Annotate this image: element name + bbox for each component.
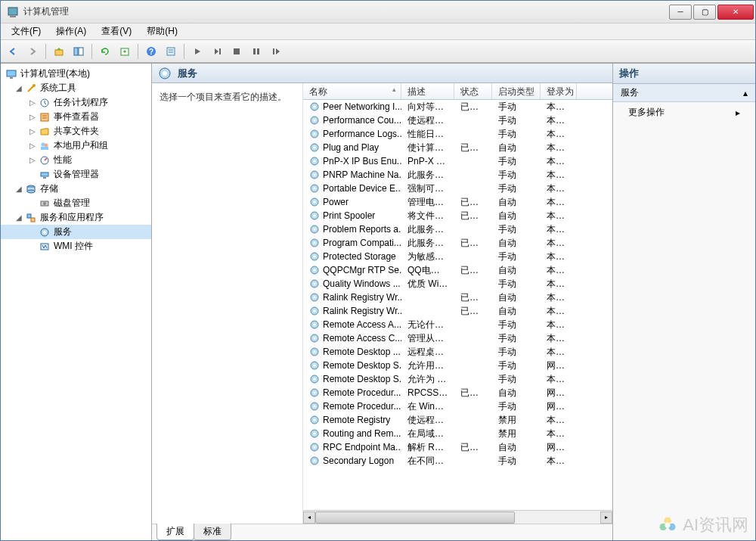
cell-description: 优质 Wind...: [401, 278, 454, 291]
cell-description: 在局域网...: [401, 428, 454, 440]
pause-service-button[interactable]: [247, 42, 265, 61]
tree-services[interactable]: 服务: [1, 225, 151, 239]
close-button[interactable]: ✕: [717, 5, 754, 20]
table-row[interactable]: Remote Procedur...在 Windo...手动网络服: [303, 400, 612, 413]
table-row[interactable]: Performance Logs...性能日志...手动本地服: [303, 127, 612, 141]
start-service-button[interactable]: [188, 42, 206, 61]
forward-button[interactable]: [23, 42, 42, 61]
tab-standard[interactable]: 标准: [194, 524, 231, 540]
export-button[interactable]: [116, 42, 134, 61]
column-logon[interactable]: 登录为: [541, 83, 577, 99]
table-row[interactable]: Program Compati...此服务为...已启动自动本地系: [303, 236, 612, 250]
table-row[interactable]: Remote Procedur...RPCSS 服...已启动自动网络服: [303, 386, 612, 400]
table-rows[interactable]: Peer Networking I...向对等名...已启动手动本地服Perfo…: [303, 100, 612, 510]
tree-shared-folders[interactable]: ▷ 共享文件夹: [1, 124, 151, 138]
scroll-thumb[interactable]: [315, 511, 515, 524]
back-button[interactable]: [4, 42, 22, 61]
center-title: 服务: [178, 67, 197, 80]
maximize-button[interactable]: ▢: [693, 5, 716, 20]
table-row[interactable]: Peer Networking I...向对等名...已启动手动本地服: [303, 100, 612, 113]
table-row[interactable]: Problem Reports a...此服务为...手动本地系: [303, 222, 612, 236]
stop-once-button[interactable]: [208, 42, 226, 61]
column-description[interactable]: 描述: [401, 83, 454, 99]
expand-icon[interactable]: ▷: [28, 113, 37, 121]
table-row[interactable]: PNRP Machine Na...此服务使...手动本地服: [303, 168, 612, 182]
table-row[interactable]: RPC Endpoint Ma...解析 RPC ...已启动自动网络服: [303, 440, 612, 454]
table-row[interactable]: Plug and Play使计算机...已启动自动本地系: [303, 141, 612, 154]
properties-button[interactable]: [162, 42, 180, 61]
tree-root[interactable]: 计算机管理(本地): [1, 67, 151, 81]
up-button[interactable]: [50, 42, 68, 61]
menu-view[interactable]: 查看(V): [94, 23, 139, 39]
scroll-right-button[interactable]: ▸: [600, 511, 612, 524]
column-status[interactable]: 状态: [454, 83, 492, 99]
tree-performance[interactable]: ▷ 性能: [1, 153, 151, 167]
expand-icon[interactable]: ▷: [28, 141, 37, 150]
cell-startup: 手动: [492, 373, 541, 386]
refresh-button[interactable]: [96, 42, 114, 61]
table-row[interactable]: Secondary Logon在不同凭...手动本地系: [303, 454, 612, 468]
table-row[interactable]: Ralink Registry Wr...已启动自动本地系: [303, 304, 612, 318]
table-row[interactable]: QQPCMgr RTP Se...QQ电脑管...已启动自动本地系: [303, 263, 612, 277]
minimize-button[interactable]: ─: [669, 5, 692, 20]
svg-rect-4: [79, 48, 83, 55]
help-button[interactable]: ?: [142, 42, 160, 61]
table-row[interactable]: PnP-X IP Bus Enu...PnP-X 总...手动本地系: [303, 154, 612, 168]
menu-file[interactable]: 文件(F): [4, 23, 48, 39]
collapse-icon[interactable]: ◢: [14, 213, 23, 222]
tree-task-scheduler[interactable]: ▷ 任务计划程序: [1, 95, 151, 110]
table-row[interactable]: Quality Windows ...优质 Wind...手动本地服: [303, 277, 612, 291]
menu-help[interactable]: 帮助(H): [139, 23, 185, 39]
table-row[interactable]: Remote Access A...无论什么...手动本地系: [303, 318, 612, 331]
cell-status: 已启动: [454, 196, 492, 209]
tree-disk-management[interactable]: 磁盘管理: [1, 196, 151, 210]
svg-rect-27: [41, 173, 48, 176]
scroll-track[interactable]: [315, 511, 600, 524]
expand-icon[interactable]: ▷: [28, 98, 37, 107]
actions-title: 操作: [613, 64, 755, 84]
cell-description: 远程桌面...: [401, 346, 454, 359]
table-row[interactable]: Protected Storage为敏感数...手动本地系: [303, 250, 612, 263]
expand-icon[interactable]: ▷: [28, 156, 37, 164]
titlebar[interactable]: 计算机管理 ─ ▢ ✕: [1, 1, 755, 23]
table-row[interactable]: Performance Cou...使远程用...手动本地服: [303, 113, 612, 127]
table-row[interactable]: Remote Desktop ...远程桌面...手动本地系: [303, 345, 612, 359]
expand-icon[interactable]: ▷: [28, 127, 37, 135]
actions-more[interactable]: 更多操作 ▸: [613, 102, 755, 123]
tree-services-apps[interactable]: ◢ 服务和应用程序: [1, 210, 151, 225]
tree-event-viewer[interactable]: ▷ 事件查看器: [1, 110, 151, 124]
restart-service-button[interactable]: [267, 42, 285, 61]
tab-extended[interactable]: 扩展: [156, 524, 194, 540]
table-row[interactable]: Print Spooler将文件加...已启动自动本地系: [303, 209, 612, 222]
column-name[interactable]: 名称: [303, 83, 401, 99]
column-startup[interactable]: 启动类型: [492, 83, 541, 99]
cell-logon: 本地系: [541, 210, 577, 222]
horizontal-scrollbar[interactable]: ◂ ▸: [303, 510, 612, 524]
svg-rect-11: [219, 48, 221, 54]
tree-wmi[interactable]: WMI 控件: [1, 239, 151, 253]
table-row[interactable]: Remote Desktop S...允许用户...手动网络服: [303, 359, 612, 372]
collapse-icon[interactable]: ◢: [14, 185, 23, 193]
menu-action[interactable]: 操作(A): [48, 23, 94, 39]
actions-section-services[interactable]: 服务 ▴: [613, 84, 755, 102]
tree-storage[interactable]: ◢ 存储: [1, 182, 151, 196]
table-row[interactable]: Remote Access C...管理从这...手动本地系: [303, 331, 612, 345]
cell-logon: 本地系: [541, 428, 577, 440]
scroll-left-button[interactable]: ◂: [303, 511, 315, 524]
tree-system-tools[interactable]: ◢ 系统工具: [1, 81, 151, 95]
cell-description: 性能日志...: [401, 128, 454, 141]
table-row[interactable]: Portable Device E...强制可移...手动本地系: [303, 182, 612, 195]
stop-service-button[interactable]: [228, 42, 246, 61]
cell-startup: 自动: [492, 210, 541, 222]
show-hide-tree-button[interactable]: [70, 42, 88, 61]
collapse-icon[interactable]: ◢: [14, 84, 23, 92]
tree-local-users[interactable]: ▷ 本地用户和组: [1, 138, 151, 153]
tree-device-manager[interactable]: 设备管理器: [1, 167, 151, 182]
table-row[interactable]: Remote Registry使远程用...禁用本地服: [303, 413, 612, 427]
svg-point-72: [313, 309, 316, 312]
table-row[interactable]: Power管理电源...已启动自动本地系: [303, 195, 612, 209]
table-row[interactable]: Remote Desktop S...允许为 RD...手动本地系: [303, 372, 612, 386]
cell-startup: 手动: [492, 455, 541, 468]
table-row[interactable]: Routing and Rem...在局域网...禁用本地系: [303, 427, 612, 440]
table-row[interactable]: Ralink Registry Wr...已启动自动本地系: [303, 291, 612, 304]
